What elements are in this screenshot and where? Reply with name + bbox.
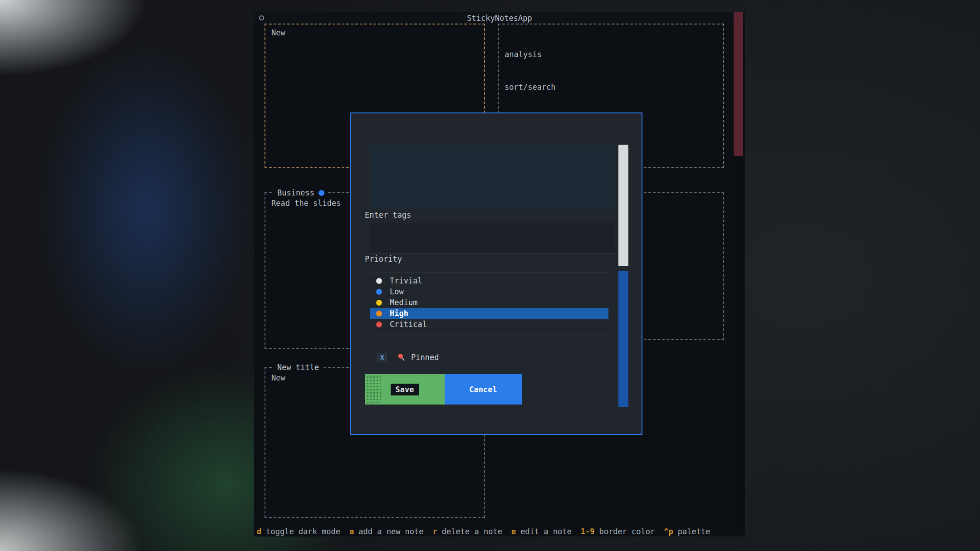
app-scrollbar-thumb[interactable] <box>734 12 743 156</box>
key-label: r <box>433 527 437 536</box>
key-label: a <box>349 527 354 536</box>
note-title-text: New title <box>277 362 319 373</box>
binding-toggle-dark-mode[interactable]: d toggle dark mode <box>257 527 340 536</box>
tags-input[interactable] <box>370 223 615 254</box>
pushpin-icon <box>397 353 406 362</box>
priority-dot <box>376 300 382 306</box>
pinned-label: Pinned <box>411 353 439 362</box>
key-desc: delete a note <box>442 527 502 536</box>
tags-label: Enter tags <box>365 210 411 220</box>
binding-add-note[interactable]: a add a new note <box>349 527 424 536</box>
key-desc: edit a note <box>520 527 572 536</box>
key-label: 1-9 <box>581 527 595 536</box>
titlebar: StickyNotesApp <box>254 12 745 24</box>
key-label: ^p <box>664 527 673 536</box>
priority-option-label: Low <box>390 286 404 297</box>
priority-list: Trivial Low Medium High Critical <box>370 273 608 336</box>
window-title: StickyNotesApp <box>467 14 532 23</box>
priority-option-trivial[interactable]: Trivial <box>370 275 608 286</box>
note-title: New title <box>274 362 323 373</box>
priority-option-label: Trivial <box>390 275 422 286</box>
priority-dot <box>376 289 382 295</box>
priority-option-label: High <box>390 308 408 319</box>
priority-dot <box>376 322 382 327</box>
binding-border-color[interactable]: 1-9 border color <box>581 527 655 536</box>
priority-dot <box>376 311 382 317</box>
statusbar: d toggle dark mode a add a new note r de… <box>254 526 745 536</box>
pinned-row: X Pinned <box>377 352 439 363</box>
key-desc: toggle dark mode <box>266 527 340 536</box>
priority-label: Priority <box>365 254 402 264</box>
key-label: d <box>257 527 261 536</box>
priority-option-high[interactable]: High <box>370 308 608 319</box>
pinned-checkbox[interactable]: X <box>377 353 387 362</box>
key-desc: palette <box>678 527 710 536</box>
dialog-scrollbar-thumb[interactable] <box>618 145 628 266</box>
desktop-background: StickyNotesApp New analysis sort/search … <box>0 0 980 551</box>
priority-option-label: Medium <box>390 297 417 308</box>
priority-option-low[interactable]: Low <box>370 286 608 297</box>
priority-option-medium[interactable]: Medium <box>370 297 608 308</box>
cancel-button[interactable]: Cancel <box>445 374 522 405</box>
priority-option-critical[interactable]: Critical <box>370 319 608 330</box>
save-button[interactable]: Save <box>365 374 445 405</box>
cancel-button-label: Cancel <box>469 385 497 394</box>
edit-note-dialog: Enter tags Priority Trivial Low Medium <box>350 112 642 435</box>
key-desc: add a new note <box>358 527 423 536</box>
note-content: New <box>265 24 484 41</box>
binding-edit-note[interactable]: e edit a note <box>511 527 572 536</box>
note-content-input[interactable] <box>370 145 615 209</box>
dialog-scrollbar-track[interactable] <box>618 271 628 407</box>
note-line: analysis <box>505 49 717 60</box>
note-line: sort/search <box>505 82 717 93</box>
binding-delete-note[interactable]: r delete a note <box>433 527 502 536</box>
priority-dot <box>376 278 382 284</box>
binding-palette[interactable]: ^p palette <box>664 527 710 536</box>
save-button-label: Save <box>391 384 419 395</box>
key-desc: border color <box>599 527 655 536</box>
app-scrollbar[interactable] <box>734 12 743 526</box>
key-label: e <box>511 527 516 536</box>
note-title: Business <box>274 187 328 198</box>
note-title-text: Business <box>277 187 314 198</box>
priority-option-label: Critical <box>390 319 427 330</box>
sticky-notes-app-window: StickyNotesApp New analysis sort/search … <box>254 12 745 536</box>
window-icon <box>259 15 264 20</box>
note-color-dot <box>318 190 324 196</box>
